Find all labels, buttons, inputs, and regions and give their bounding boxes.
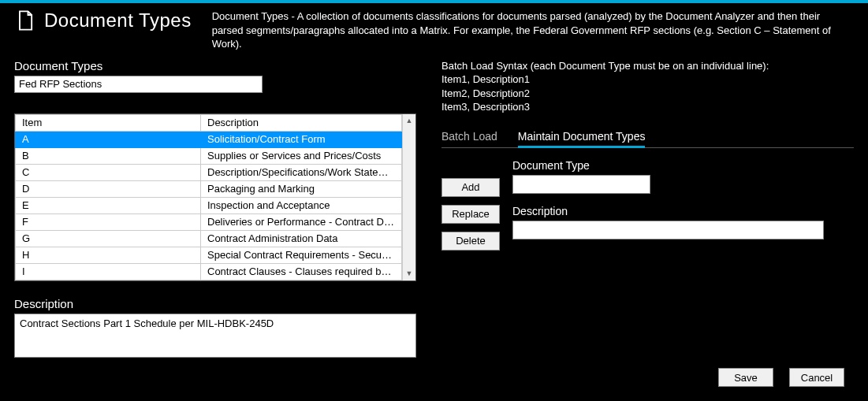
tabs: Batch Load Maintain Document Types xyxy=(441,127,854,148)
table-row[interactable]: CDescription/Specifications/Work Stateme… xyxy=(16,164,402,180)
doctype-name-input[interactable] xyxy=(14,76,263,93)
description-label: Description xyxy=(14,297,426,310)
syntax-line: Item1, Description1 xyxy=(441,72,854,87)
page-title: Document Types xyxy=(44,9,192,32)
table-row[interactable]: ASolicitation/Contract Form xyxy=(16,131,402,147)
cell-item: G xyxy=(16,230,201,247)
cell-description: Special Contract Requirements - Security… xyxy=(201,247,402,263)
cell-item: C xyxy=(16,164,201,180)
cell-item: D xyxy=(16,180,201,197)
syntax-line: Batch Load Syntax (each Document Type mu… xyxy=(441,59,854,73)
description-field-label: Description xyxy=(512,205,854,217)
save-button[interactable]: Save xyxy=(718,368,773,387)
delete-button[interactable]: Delete xyxy=(441,232,500,251)
cell-description: Solicitation/Contract Form xyxy=(201,131,402,147)
table-header-item[interactable]: Item xyxy=(16,114,201,131)
table-row[interactable]: HSpecial Contract Requirements - Securit… xyxy=(16,247,402,263)
table-row[interactable]: FDeliveries or Performance - Contract De… xyxy=(16,213,402,230)
description-field[interactable] xyxy=(512,221,824,239)
doctype-field[interactable] xyxy=(512,175,650,194)
cell-item: H xyxy=(16,247,201,263)
syntax-line: Item3, Description3 xyxy=(441,100,854,114)
cell-item: E xyxy=(16,197,201,213)
description-textarea[interactable] xyxy=(14,314,416,358)
cancel-button[interactable]: Cancel xyxy=(789,368,844,387)
table-row[interactable]: EInspection and Acceptance xyxy=(16,197,402,213)
page-header: Document Types Document Types - A collec… xyxy=(0,3,868,59)
replace-button[interactable]: Replace xyxy=(441,205,500,224)
cell-description: Contract Administration Data xyxy=(201,230,402,247)
tab-maintain[interactable]: Maintain Document Types xyxy=(518,127,646,148)
batch-syntax-help: Batch Load Syntax (each Document Type mu… xyxy=(441,59,854,114)
cell-description: Description/Specifications/Work Statemen… xyxy=(201,164,402,180)
cell-item: F xyxy=(16,213,201,230)
table-scrollbar[interactable]: ▲ ▼ xyxy=(402,114,415,280)
cell-item: A xyxy=(16,131,201,147)
page-description: Document Types - A collection of documen… xyxy=(212,9,854,51)
doctypes-label: Document Types xyxy=(14,59,426,72)
syntax-line: Item2, Description2 xyxy=(441,87,854,101)
footer-buttons: Save Cancel xyxy=(718,368,844,387)
scroll-down-icon[interactable]: ▼ xyxy=(403,267,415,280)
doctypes-table-wrap: Item Description ASolicitation/Contract … xyxy=(14,113,416,281)
maintain-form: Add Replace Delete Document Type Descrip… xyxy=(441,159,854,258)
cell-description: Inspection and Acceptance xyxy=(201,197,402,213)
scroll-up-icon[interactable]: ▲ xyxy=(403,114,415,128)
table-row[interactable]: BSupplies or Services and Prices/Costs xyxy=(16,147,402,164)
table-row[interactable]: GContract Administration Data xyxy=(16,230,402,247)
table-header-description[interactable]: Description xyxy=(201,114,402,131)
header-left: Document Types xyxy=(14,9,192,32)
table-row[interactable]: DPackaging and Marking xyxy=(16,180,402,197)
cell-item: B xyxy=(16,147,201,164)
doctypes-table[interactable]: Item Description ASolicitation/Contract … xyxy=(15,114,402,280)
table-row[interactable]: IContract Clauses - Clauses required by … xyxy=(16,263,402,280)
cell-item: I xyxy=(16,263,201,280)
tab-batch-load[interactable]: Batch Load xyxy=(441,127,497,148)
doctype-field-label: Document Type xyxy=(512,159,854,172)
scroll-track[interactable] xyxy=(403,128,415,267)
cell-description: Supplies or Services and Prices/Costs xyxy=(201,147,402,164)
cell-description: Deliveries or Performance - Contract Del… xyxy=(201,213,402,230)
cell-description: Packaging and Marking xyxy=(201,180,402,197)
cell-description: Contract Clauses - Clauses required by P… xyxy=(201,263,402,280)
add-button[interactable]: Add xyxy=(441,178,500,197)
document-icon xyxy=(14,9,36,32)
